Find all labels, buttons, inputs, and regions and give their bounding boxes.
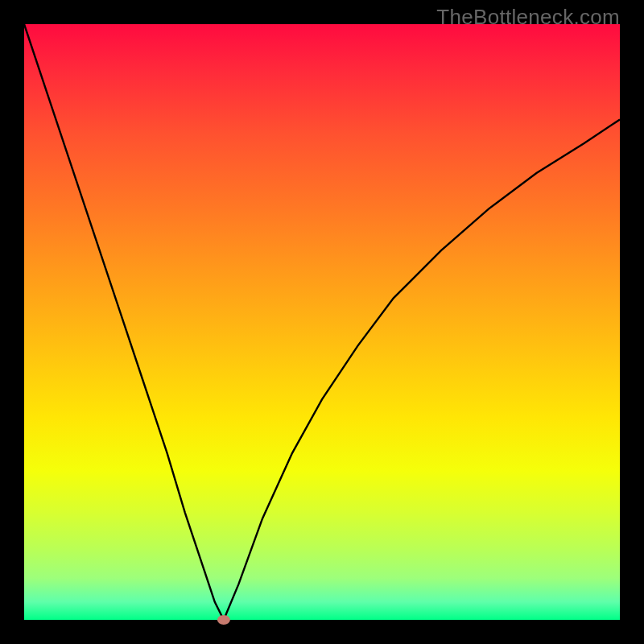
curve-layer — [24, 24, 620, 620]
minimum-marker — [217, 615, 230, 625]
curve-left-branch — [24, 24, 224, 620]
curve-right-branch — [224, 119, 620, 620]
chart-frame: TheBottleneck.com — [0, 0, 644, 644]
